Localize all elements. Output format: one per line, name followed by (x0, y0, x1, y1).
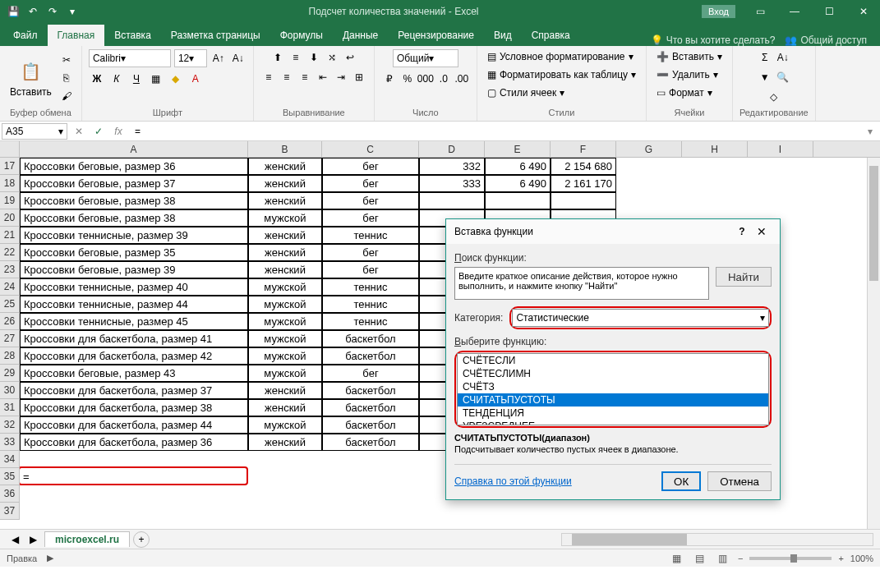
decrease-indent-icon[interactable]: ⇤ (315, 69, 331, 85)
insert-cells-button[interactable]: ➕Вставить ▾ (653, 49, 726, 64)
cell[interactable]: женский (248, 175, 322, 192)
clear-icon[interactable]: ◇ (766, 89, 782, 105)
column-header-E[interactable]: E (485, 141, 551, 157)
cell[interactable]: теннис (322, 313, 419, 330)
cell[interactable]: 332 (419, 158, 485, 175)
paste-button[interactable]: 📋 Вставить (7, 57, 55, 99)
increase-decimal-icon[interactable]: .0 (435, 71, 452, 87)
cell[interactable]: баскетбол (322, 399, 419, 416)
cell-styles-button[interactable]: ▢Стили ячеек ▾ (484, 85, 568, 100)
cell[interactable]: 2 154 680 (551, 158, 616, 175)
cell[interactable] (551, 192, 616, 209)
decrease-decimal-icon[interactable]: .00 (454, 71, 470, 87)
zoom-out-icon[interactable]: − (738, 554, 743, 563)
function-help-link[interactable]: Справка по этой функции (454, 475, 572, 487)
search-function-input[interactable]: Введите краткое описание действия, котор… (454, 267, 709, 300)
function-item[interactable]: СЧЁТЕСЛИ (458, 354, 768, 367)
cell[interactable]: мужской (248, 278, 322, 296)
row-header[interactable]: 25 (0, 296, 19, 313)
cell[interactable]: теннис (322, 296, 419, 313)
cell[interactable]: Кроссовки беговые, размер 37 (20, 175, 248, 192)
cell[interactable]: баскетбол (322, 330, 419, 347)
dialog-help-icon[interactable]: ? (732, 226, 752, 237)
row-header[interactable]: 22 (0, 244, 19, 261)
column-header-H[interactable]: H (682, 141, 748, 157)
sheet-next-icon[interactable]: ▶ (25, 531, 41, 548)
column-header-A[interactable]: A (20, 141, 248, 157)
tab-help[interactable]: Справка (522, 25, 580, 46)
number-format-select[interactable]: Общий ▾ (393, 49, 458, 67)
cell[interactable]: Кроссовки беговые, размер 38 (20, 192, 248, 209)
add-sheet-button[interactable]: + (133, 531, 150, 548)
format-painter-icon[interactable]: 🖌 (58, 88, 75, 104)
cell[interactable]: баскетбол (322, 416, 419, 434)
cell[interactable]: 6 490 (485, 175, 551, 192)
cell[interactable]: Кроссовки для баскетбола, размер 38 (20, 399, 248, 416)
wrap-text-icon[interactable]: ↩ (342, 49, 358, 66)
cell[interactable]: женский (248, 192, 322, 209)
cell[interactable]: мужской (248, 296, 322, 313)
comma-icon[interactable]: 000 (417, 71, 434, 87)
cell[interactable]: мужской (248, 313, 322, 330)
dialog-close-icon[interactable]: ✕ (752, 225, 772, 238)
zoom-slider[interactable] (749, 557, 832, 560)
align-right-icon[interactable]: ≡ (297, 69, 313, 85)
align-bottom-icon[interactable]: ⬇ (306, 49, 322, 66)
row-header[interactable]: 27 (0, 330, 19, 347)
tab-home[interactable]: Главная (48, 25, 105, 46)
function-item[interactable]: СЧЁТЕСЛИМН (458, 367, 768, 380)
macro-record-icon[interactable]: ▶ (47, 553, 53, 563)
page-break-view-icon[interactable]: ▥ (715, 550, 731, 567)
sort-filter-icon[interactable]: A↓ (775, 49, 791, 66)
cell[interactable]: бег (322, 192, 419, 209)
borders-icon[interactable]: ▦ (148, 71, 164, 87)
font-size-select[interactable]: 12 ▾ (174, 49, 207, 67)
column-header-C[interactable]: C (322, 141, 419, 157)
increase-font-icon[interactable]: A↑ (210, 50, 227, 67)
row-header[interactable]: 37 (0, 503, 19, 520)
row-header[interactable]: 33 (0, 434, 19, 451)
function-item[interactable]: СЧЁТЗ (458, 380, 768, 393)
function-item[interactable]: УРЕЗСРЕДНЕЕ (458, 420, 768, 425)
tab-insert[interactable]: Вставка (104, 25, 161, 46)
column-header-I[interactable]: I (748, 141, 813, 157)
cell[interactable] (419, 192, 485, 209)
cell[interactable]: Кроссовки беговые, размер 38 (20, 209, 248, 227)
conditional-formatting-button[interactable]: ▤Условное форматирование ▾ (484, 49, 637, 64)
share-button[interactable]: 👥 Общий доступ (785, 34, 867, 46)
format-as-table-button[interactable]: ▦Форматировать как таблицу ▾ (484, 67, 639, 82)
formula-input[interactable] (128, 122, 860, 140)
cell[interactable]: мужской (248, 347, 322, 365)
qat-dropdown-icon[interactable]: ▾ (66, 5, 79, 18)
tab-review[interactable]: Рецензирование (388, 25, 484, 46)
dialog-titlebar[interactable]: Вставка функции ? ✕ (446, 219, 780, 244)
decrease-font-icon[interactable]: A↓ (230, 50, 246, 67)
find-icon[interactable]: 🔍 (775, 69, 791, 85)
row-header[interactable]: 24 (0, 278, 19, 296)
cell[interactable] (485, 192, 551, 209)
font-color-icon[interactable]: A (187, 71, 204, 87)
cell[interactable]: Кроссовки теннисные, размер 44 (20, 296, 248, 313)
cell[interactable]: Кроссовки для баскетбола, размер 37 (20, 382, 248, 399)
merge-icon[interactable]: ⊞ (351, 69, 367, 85)
horizontal-scrollbar[interactable] (561, 533, 873, 546)
ok-button[interactable]: ОК (661, 471, 701, 491)
tab-layout[interactable]: Разметка страницы (161, 25, 270, 46)
function-list[interactable]: СЧЁТЕСЛИСЧЁТЕСЛИМНСЧЁТЗСЧИТАТЬПУСТОТЫТЕН… (457, 353, 769, 425)
sheet-tab[interactable]: microexcel.ru (44, 531, 130, 547)
copy-icon[interactable]: ⎘ (58, 70, 75, 86)
insert-function-icon[interactable]: fx (108, 122, 128, 140)
underline-button[interactable]: Ч (128, 71, 145, 87)
cell[interactable]: теннис (322, 278, 419, 296)
cell[interactable]: баскетбол (322, 347, 419, 365)
row-header[interactable]: 23 (0, 261, 19, 278)
cell[interactable]: бег (322, 261, 419, 278)
category-select[interactable]: Статистические ▾ (512, 309, 769, 327)
row-header[interactable]: 35 (0, 468, 19, 485)
function-item[interactable]: ТЕНДЕНЦИЯ (458, 407, 768, 420)
cell[interactable]: мужской (248, 209, 322, 227)
zoom-level[interactable]: 100% (850, 554, 873, 563)
cell[interactable]: бег (322, 175, 419, 192)
cell[interactable]: мужской (248, 416, 322, 434)
row-header[interactable]: 19 (0, 192, 19, 209)
